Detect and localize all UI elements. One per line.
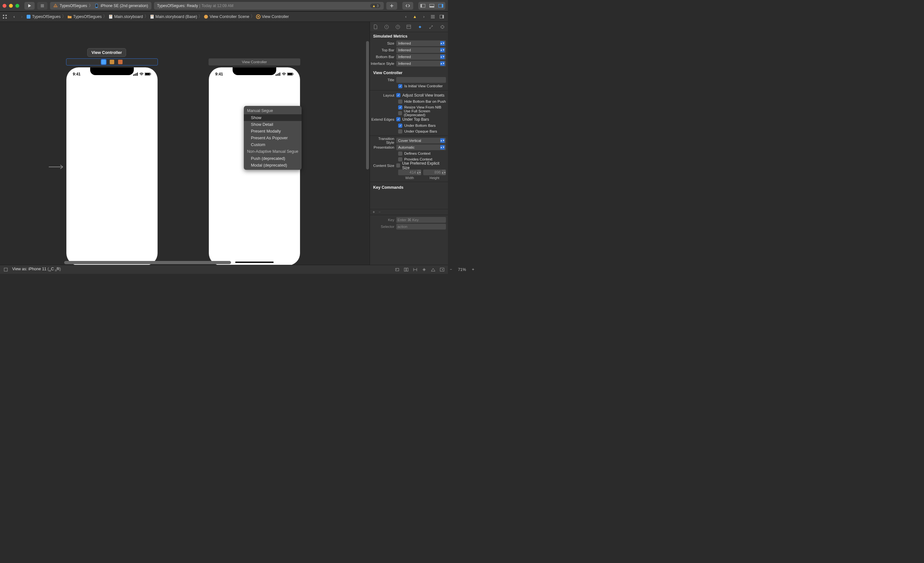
chevron-right-icon: 〉 <box>250 14 255 19</box>
embed-in-button[interactable] <box>403 266 410 273</box>
svg-point-45 <box>396 269 397 270</box>
svg-rect-23 <box>442 15 444 18</box>
popup-top-bar[interactable]: Inferred▲▼ <box>396 47 446 53</box>
exit-icon[interactable] <box>118 60 123 64</box>
checkbox-resize-nib[interactable]: ✓ <box>398 105 402 110</box>
file-inspector-tab[interactable] <box>372 23 379 31</box>
next-issue-button[interactable]: › <box>420 13 428 20</box>
embed-button[interactable] <box>439 266 446 273</box>
forward-button[interactable]: › <box>18 15 26 19</box>
library-button[interactable] <box>386 2 397 10</box>
minimize-window-button[interactable] <box>9 4 13 8</box>
warning-triangle-icon: ▲ <box>372 4 376 8</box>
related-items-button[interactable] <box>3 15 10 19</box>
adjust-editor-button[interactable] <box>438 13 446 20</box>
zoom-window-button[interactable] <box>15 4 19 8</box>
issues-button[interactable]: ▲ <box>411 13 418 20</box>
connections-inspector-tab[interactable] <box>439 23 446 31</box>
update-frames-button[interactable] <box>394 266 400 273</box>
viewcontroller-icon[interactable] <box>101 60 106 64</box>
svg-rect-15 <box>109 15 112 19</box>
vertical-scrollbar[interactable] <box>366 41 369 170</box>
input-kc-selector[interactable]: action <box>396 224 446 230</box>
input-kc-key[interactable]: Enter ⌘ Key <box>396 217 446 223</box>
svg-rect-16 <box>110 15 112 16</box>
menu-item-show-detail[interactable]: Show Detail <box>244 121 302 128</box>
resolve-issues-button[interactable] <box>430 266 436 273</box>
scene-dock-2[interactable]: View Controller <box>208 59 300 66</box>
svg-rect-21 <box>258 16 259 17</box>
section-key-commands: Key Commands <box>370 183 448 191</box>
warnings-indicator[interactable]: ▲ 3 <box>370 3 381 8</box>
menu-item-push-deprecated[interactable]: Push (deprecated) <box>244 155 302 162</box>
horizontal-scrollbar-thumb[interactable] <box>64 261 231 264</box>
popup-interface-style[interactable]: Inferred▲▼ <box>396 61 446 66</box>
code-review-button[interactable] <box>402 2 413 10</box>
run-button[interactable] <box>24 2 34 10</box>
popup-bottom-bar[interactable]: Inferred▲▼ <box>396 54 446 60</box>
outline-toggle-button[interactable] <box>429 13 436 20</box>
pin-button[interactable] <box>421 266 428 273</box>
input-height[interactable]: 896▲▼ <box>423 170 446 175</box>
popup-transition-style[interactable]: Cover Vertical▲▼ <box>396 138 446 144</box>
menu-item-modal-deprecated[interactable]: Modal (deprecated) <box>244 162 302 168</box>
history-inspector-tab[interactable] <box>383 23 390 31</box>
checkbox-hide-bottom-push[interactable] <box>398 99 402 104</box>
svg-rect-30 <box>150 74 151 75</box>
checkbox-adjust-insets[interactable]: ✓ <box>396 93 400 97</box>
scene-dock-selected[interactable] <box>66 59 158 66</box>
stop-button[interactable] <box>37 2 48 10</box>
remove-key-command-button[interactable]: － <box>378 209 381 215</box>
breadcrumb-storyboard[interactable]: Main.storyboard <box>108 14 144 20</box>
menu-item-custom[interactable]: Custom <box>244 141 302 148</box>
close-window-button[interactable] <box>3 4 6 8</box>
toggle-inspector-button[interactable] <box>436 2 446 10</box>
breadcrumb-viewcontroller[interactable]: View Controller <box>255 14 290 20</box>
toggle-navigator-button[interactable] <box>418 2 428 10</box>
menu-item-present-popover[interactable]: Present As Popover <box>244 135 302 141</box>
identity-inspector-tab[interactable] <box>405 23 412 31</box>
activity-status[interactable]: TypesOfSegues: Ready | Today at 12:09 AM… <box>154 2 384 10</box>
checkbox-defines-context[interactable] <box>398 152 402 156</box>
help-inspector-tab[interactable]: ? <box>394 23 402 31</box>
align-button[interactable] <box>412 266 418 273</box>
back-button[interactable]: ‹ <box>10 15 18 19</box>
view-as-label[interactable]: View as: iPhone 11 (wC hR) <box>12 267 61 272</box>
toggle-debug-button[interactable] <box>428 2 436 10</box>
checkbox-preferred-size[interactable] <box>396 164 400 168</box>
label-defines-context: Defines Context <box>404 152 430 155</box>
menu-item-present-modally[interactable]: Present Modally <box>244 128 302 135</box>
breadcrumb-scene[interactable]: View Controller Scene <box>203 14 250 20</box>
popup-presentation[interactable]: Automatic▲▼ <box>396 144 446 150</box>
popup-size[interactable]: Inferred▲▼ <box>396 41 446 46</box>
label-kc-key: Key <box>370 218 396 222</box>
breadcrumb-storyboard-base[interactable]: Main.storyboard (Base) <box>149 14 198 20</box>
prev-issue-button[interactable]: ‹ <box>402 13 410 20</box>
scene-title-selected[interactable]: View Controller <box>87 48 126 57</box>
attributes-inspector-tab[interactable] <box>416 23 424 31</box>
device-config-button[interactable] <box>3 266 9 273</box>
checkbox-under-top[interactable]: ✓ <box>396 117 400 121</box>
scheme-selector[interactable]: TypesOfSegues 〉 iPhone SE (2nd generatio… <box>50 2 152 10</box>
size-inspector-tab[interactable] <box>428 23 435 31</box>
horizontal-scrollbar-track[interactable] <box>0 260 370 265</box>
breadcrumb-project[interactable]: TypesOfSegues <box>26 14 61 20</box>
input-title[interactable] <box>396 77 446 83</box>
checkbox-under-opaque[interactable] <box>398 129 402 134</box>
checkbox-full-screen[interactable] <box>398 111 402 115</box>
first-responder-icon[interactable] <box>110 60 114 64</box>
svg-rect-37 <box>293 74 294 75</box>
svg-rect-7 <box>430 6 434 8</box>
checkbox-initial-vc[interactable]: ✓ <box>398 84 402 88</box>
breadcrumb-folder[interactable]: TypesOfSegues <box>67 14 102 20</box>
checkbox-under-bottom[interactable]: ✓ <box>398 123 402 128</box>
initial-vc-arrow[interactable] <box>48 164 66 170</box>
svg-rect-9 <box>442 4 443 8</box>
add-key-command-button[interactable]: ＋ <box>372 209 376 215</box>
device-preview-1[interactable]: 9:41 <box>66 68 158 265</box>
input-width[interactable]: 414▲▼ <box>398 170 421 175</box>
menu-header-nonadaptive: Non-Adaptive Manual Segue <box>244 148 302 155</box>
menu-item-show[interactable]: Show <box>244 114 302 121</box>
label-title: Title <box>370 78 396 82</box>
storyboard-canvas[interactable]: View Controller 9:41 View C <box>0 22 370 265</box>
